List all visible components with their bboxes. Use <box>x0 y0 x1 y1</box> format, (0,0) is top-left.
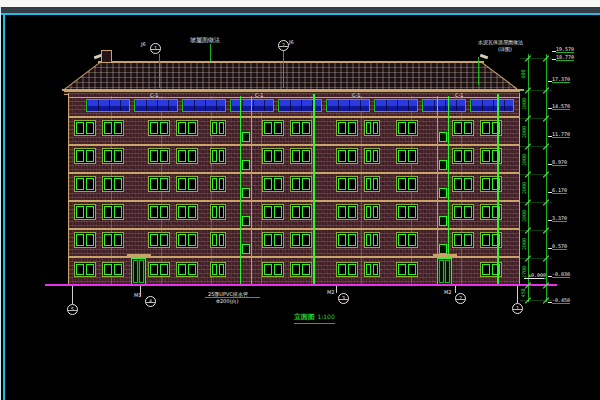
dimension-value: 2800 <box>521 210 527 222</box>
window <box>364 176 380 192</box>
elevation-label: 18.770 <box>556 54 574 61</box>
elevation-flag <box>548 81 552 82</box>
elevation-flag <box>548 276 552 277</box>
window <box>336 204 358 220</box>
leader-mid-bubble <box>283 51 284 88</box>
elevation-flag <box>548 164 552 165</box>
elevation-flag <box>552 51 556 52</box>
floor-slab-line <box>68 144 520 146</box>
elevation-label: -0.030 <box>552 271 570 278</box>
detail-bubble-side-label: J6 <box>289 39 294 45</box>
window <box>452 204 474 220</box>
elevation-flag <box>548 136 552 137</box>
roof-tile-hatch <box>64 62 520 90</box>
leader-center-note <box>210 44 211 61</box>
grid-bubble-leader <box>517 286 518 303</box>
window <box>290 176 312 192</box>
dim-extension-line <box>520 90 552 91</box>
window <box>262 148 284 164</box>
blue-glazing-window <box>86 99 130 112</box>
elevation-flag <box>548 108 552 109</box>
window <box>262 120 284 136</box>
window <box>364 204 380 220</box>
elevation-label: 3.370 <box>552 215 567 222</box>
blue-glazing-window <box>230 99 274 112</box>
window <box>148 232 170 248</box>
stair-window <box>242 188 250 198</box>
blue-glazing-window <box>134 99 178 112</box>
stair-window <box>439 188 447 198</box>
window <box>396 120 418 136</box>
facade-joint-line <box>361 96 362 285</box>
window <box>102 204 124 220</box>
elevation-flag <box>548 302 552 303</box>
dim-extension-line <box>520 285 552 286</box>
grid-bubble: 2 <box>455 293 466 304</box>
dim-extension-line <box>520 118 552 119</box>
window-ground <box>74 262 96 277</box>
window <box>364 120 380 136</box>
detail-bubble: 1 <box>150 43 161 54</box>
elevation-drawing: C-1C-1C-1C-11J62J66002800280028002800280… <box>0 0 600 400</box>
blue-glazing-window <box>182 99 226 112</box>
window <box>148 176 170 192</box>
dim-chain-line-inner <box>528 54 529 302</box>
elevation-flag <box>548 192 552 193</box>
window-type-label: C-1 <box>352 92 360 98</box>
window <box>102 148 124 164</box>
grid-bubble: 3 <box>338 293 349 304</box>
window <box>396 204 418 220</box>
window-type-label: C-1 <box>455 92 463 98</box>
window <box>210 148 226 164</box>
cad-drawing-canvas[interactable]: 坡屋面做法 水泥瓦保温屋面做法 (详图) 25厚UPVC排水管 Φ200(白) … <box>0 0 600 400</box>
stair-window <box>242 132 250 142</box>
entrance-canopy <box>127 254 151 256</box>
window <box>396 148 418 164</box>
dimension-value: 2800 <box>521 154 527 166</box>
ground-right-tick <box>524 278 544 279</box>
elevation-label: 6.170 <box>552 187 567 194</box>
window <box>364 232 380 248</box>
dim-extension-line <box>520 202 552 203</box>
window <box>176 176 198 192</box>
window <box>210 204 226 220</box>
dimension-value: 2700 <box>521 265 527 277</box>
window-ground <box>396 262 418 277</box>
grid-bubble-leader <box>455 286 456 293</box>
window-ground <box>262 262 284 277</box>
window <box>74 120 96 136</box>
window <box>262 232 284 248</box>
window <box>290 204 312 220</box>
window <box>452 120 474 136</box>
elevation-label: 0.570 <box>552 243 567 250</box>
window <box>290 232 312 248</box>
window <box>210 120 226 136</box>
dim-extension-line <box>520 174 552 175</box>
window <box>148 148 170 164</box>
floor-slab-line <box>68 200 520 202</box>
stair-window <box>242 160 250 170</box>
grid-bubble-side-label: M2 <box>327 289 335 295</box>
stair-window <box>439 244 447 254</box>
rain-downpipe-right <box>497 94 499 285</box>
detail-bubble: 2 <box>278 40 289 51</box>
pipe-note-underline <box>205 297 260 298</box>
floor-slab-line <box>68 172 520 174</box>
window-ground <box>210 262 226 277</box>
elevation-label: 11.770 <box>552 131 570 138</box>
window <box>364 148 380 164</box>
window <box>74 232 96 248</box>
dimension-value: 2800 <box>521 98 527 110</box>
window-ground <box>336 262 358 277</box>
detail-bubble-side-label: J6 <box>141 41 146 47</box>
window <box>262 176 284 192</box>
elevation-label: 8.970 <box>552 159 567 166</box>
chimney <box>101 50 112 63</box>
window <box>210 176 226 192</box>
floor-slab-line <box>68 228 520 230</box>
dimension-value: 450 <box>520 288 526 297</box>
dim-extension-line <box>520 258 552 259</box>
window <box>176 232 198 248</box>
entrance-door-right <box>437 258 452 285</box>
rain-downpipe-left <box>313 94 315 285</box>
